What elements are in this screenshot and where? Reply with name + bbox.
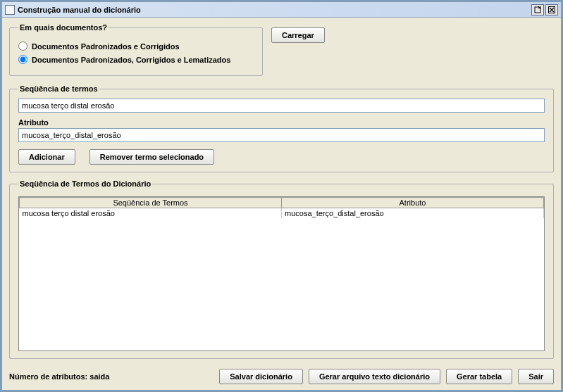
adicionar-button[interactable]: Adicionar (18, 149, 75, 165)
table-row[interactable]: mucosa terço distal erosãomucosa_terço_d… (20, 208, 544, 218)
titlebar: Construção manual do dicionário (2, 2, 561, 18)
window-title: Construção manual do dicionário (18, 6, 530, 14)
table-container[interactable]: Seqüência de Termos Atributo mucosa terç… (18, 196, 545, 351)
gerar-tabela-button[interactable]: Gerar tabela (446, 369, 512, 384)
attribute-count-label: Número de atributos: saida (9, 372, 214, 381)
col-header-seq[interactable]: Seqüência de Termos (20, 198, 282, 208)
sequence-legend: Seqüência de termos (18, 84, 99, 93)
gerar-arquivo-button[interactable]: Gerar arquivo texto dicionário (309, 369, 440, 384)
top-row: Em quais documentos? Documentos Padroniz… (9, 23, 554, 76)
table-body: mucosa terço distal erosãomucosa_terço_d… (20, 208, 544, 218)
radio-input-1[interactable] (18, 42, 27, 51)
salvar-dicionario-button[interactable]: Salvar dicionário (219, 369, 303, 384)
footer-row: Número de atributos: saida Salvar dicion… (9, 369, 554, 384)
col-header-attr[interactable]: Atributo (282, 198, 544, 208)
documents-legend: Em quais documentos? (18, 23, 109, 32)
maximize-icon (534, 6, 541, 13)
radio-option-2[interactable]: Documentos Padronizados, Corrigidos e Le… (18, 55, 254, 64)
maximize-button[interactable] (531, 4, 544, 15)
attribute-label: Atributo (18, 118, 545, 127)
window-frame: Construção manual do dicionário Em quais… (1, 1, 562, 391)
remover-button[interactable]: Remover termo selecionado (89, 149, 214, 165)
close-button[interactable] (545, 4, 558, 15)
documents-group: Em quais documentos? Documentos Padroniz… (9, 23, 263, 76)
content-area: Em quais documentos? Documentos Padroniz… (2, 18, 561, 390)
cell-attr: mucosa_terço_distal_erosão (282, 208, 544, 218)
radio-input-2[interactable] (18, 55, 27, 64)
attribute-input[interactable] (18, 128, 545, 142)
sequence-group: Seqüência de termos Atributo Adicionar R… (9, 84, 554, 172)
cell-seq: mucosa terço distal erosão (20, 208, 282, 218)
dictionary-legend: Seqüência de Termos do Dicionário (18, 179, 152, 188)
window-icon (5, 5, 15, 15)
seq-button-row: Adicionar Remover termo selecionado (18, 149, 545, 165)
table-header-row: Seqüência de Termos Atributo (20, 198, 544, 208)
sair-button[interactable]: Sair (518, 369, 554, 384)
close-icon (548, 6, 555, 13)
radio-label-2: Documentos Padronizados, Corrigidos e Le… (32, 56, 230, 64)
radio-option-1[interactable]: Documentos Padronizados e Corrigidos (18, 42, 254, 51)
attr-field-row (18, 128, 545, 142)
carregar-button[interactable]: Carregar (271, 27, 325, 43)
dictionary-group: Seqüência de Termos do Dicionário Seqüên… (9, 179, 554, 359)
dictionary-table: Seqüência de Termos Atributo mucosa terç… (19, 197, 544, 218)
radio-label-1: Documentos Padronizados e Corrigidos (32, 42, 180, 51)
seq-field-row (18, 99, 545, 113)
sequence-input[interactable] (18, 99, 545, 113)
